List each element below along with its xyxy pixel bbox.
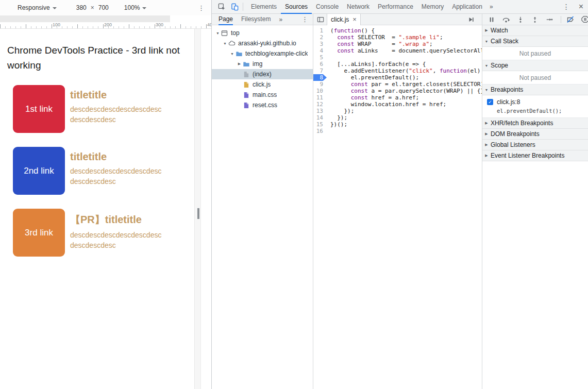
tab-performance[interactable]: Performance <box>374 0 417 14</box>
debugger-section-header[interactable]: ▼Call Stack <box>482 36 588 47</box>
code-line: 15})(); <box>313 121 482 128</box>
tree-item-reset-css[interactable]: reset.css <box>212 100 313 110</box>
device-height-input[interactable]: 700 <box>98 4 109 11</box>
line-number[interactable]: 15 <box>313 121 327 128</box>
debugger-section-header[interactable]: ▶Event Listener Breakpoints <box>482 150 588 161</box>
code-line: 13 }); <box>313 108 482 114</box>
pause-on-exceptions-icon[interactable] <box>581 15 588 24</box>
breakpoint-location: click.js:8 <box>497 98 520 106</box>
code-line: 4 const aLinks = document.querySelectorA… <box>313 47 482 54</box>
tab-console[interactable]: Console <box>312 0 343 14</box>
deactivate-breakpoints-icon[interactable] <box>566 15 575 24</box>
step-over-icon[interactable] <box>502 15 510 24</box>
link-card-text: 【PR】titletitledescdescdescdescdescdescde… <box>70 209 161 250</box>
step-out-icon[interactable] <box>531 15 539 24</box>
tree-item-main-css[interactable]: main.css <box>212 90 313 100</box>
navigator-toggle-icon[interactable] <box>316 15 325 24</box>
breakpoint-marker[interactable]: 8 <box>313 74 327 81</box>
link-card-2[interactable]: 2nd linktitletitledescdescdescdescdescde… <box>13 147 187 195</box>
tree-expander-icon[interactable]: ▼ <box>229 52 235 56</box>
navigator-tab-page[interactable]: Page <box>219 14 233 25</box>
tab-elements[interactable]: Elements <box>247 0 281 14</box>
tree-item-img[interactable]: ▶img <box>212 59 313 69</box>
tree-expander-icon[interactable]: ▶ <box>237 62 242 66</box>
line-number[interactable]: 12 <box>313 101 327 108</box>
line-number[interactable]: 3 <box>313 41 327 47</box>
link-card-label: 2nd link <box>24 166 54 176</box>
line-number[interactable]: 16 <box>313 128 327 134</box>
tree-expander-icon[interactable]: ▼ <box>222 42 228 45</box>
navigator-menu-icon[interactable]: ⋮ <box>301 15 308 23</box>
step-into-icon[interactable] <box>516 15 525 24</box>
line-number[interactable]: 2 <box>313 34 327 41</box>
line-number[interactable]: 5 <box>313 54 327 61</box>
step-icon[interactable] <box>545 15 553 24</box>
close-tab-icon[interactable]: × <box>352 15 357 23</box>
source-code-area[interactable]: 1(function() {2 const SELECTOR = ".sampl… <box>313 25 482 389</box>
debugger-section-header[interactable]: ▼Scope <box>482 60 588 71</box>
line-number[interactable]: 10 <box>313 88 327 94</box>
chevron-down-icon <box>53 7 57 9</box>
tree-expander-icon[interactable]: ▼ <box>215 31 221 35</box>
file-tab-clickjs[interactable]: click.js × <box>327 14 361 25</box>
line-number[interactable]: 7 <box>313 67 327 74</box>
navigator-tab-filesystem[interactable]: Filesystem <box>241 14 271 25</box>
tree-item-techblog-example-click[interactable]: ▼techblog/example-click <box>212 48 313 59</box>
device-width-input[interactable]: 380 <box>76 4 87 11</box>
tab-application[interactable]: Application <box>448 0 486 14</box>
debugger-section-header[interactable]: ▶Watch <box>482 25 588 36</box>
file-tree: ▼top▼arasaki-yuki.github.io▼techblog/exa… <box>212 25 313 389</box>
link-card-text: titletitledescdescdescdescdescdescdescde… <box>70 147 161 187</box>
breakpoint-checkbox[interactable]: ✓ <box>487 99 493 105</box>
tree-item-top[interactable]: ▼top <box>212 28 313 38</box>
line-number[interactable]: 11 <box>313 94 327 101</box>
tab-memory[interactable]: Memory <box>417 0 448 14</box>
debugger-section-header[interactable]: ▶XHR/fetch Breakpoints <box>482 118 588 129</box>
divider-drag-handle[interactable] <box>197 208 199 219</box>
devtools-close-icon[interactable]: × <box>579 2 583 11</box>
breakpoint-code[interactable]: el.preventDefault(); <box>497 108 588 114</box>
link-card-title: titletitle <box>70 89 161 101</box>
code-text: const aLinks = document.querySelectorAll… <box>327 47 482 54</box>
link-card-desc: descdescdescdescdescdesc <box>70 166 161 176</box>
line-number[interactable]: 4 <box>313 47 327 54</box>
link-card-box: 2nd link <box>13 147 65 195</box>
debugger-section-header[interactable]: ▶Global Listeners <box>482 140 588 150</box>
device-mode-select[interactable]: Responsive <box>18 4 57 11</box>
line-number[interactable]: 13 <box>313 108 327 114</box>
line-number[interactable]: 9 <box>313 81 327 88</box>
toggle-debugger-sidebar-icon[interactable] <box>467 15 475 24</box>
inspect-element-icon[interactable] <box>217 2 226 11</box>
tab-network[interactable]: Network <box>343 0 374 14</box>
main-tab-strip: ElementsSourcesConsoleNetworkPerformance… <box>247 0 486 14</box>
debugger-section-header[interactable]: ▶DOM Breakpoints <box>482 129 588 140</box>
tab-sources[interactable]: Sources <box>281 0 312 14</box>
device-toolbar-toggle-icon[interactable] <box>230 2 239 11</box>
section-expander-icon: ▼ <box>482 88 491 92</box>
section-expander-icon: ▶ <box>482 143 491 147</box>
zoom-select[interactable]: 100% <box>124 4 147 11</box>
tree-item--index-[interactable]: (index) <box>212 69 313 79</box>
page-heading: Chrome DevTools Practice - 3rd link not … <box>7 43 187 73</box>
link-card-3[interactable]: 3rd link【PR】titletitledescdescdescdescde… <box>13 209 187 257</box>
code-text: const a = par.querySelector(WRAP) || {}; <box>327 88 482 94</box>
debugger-sections: ▶Watch▼Call StackNot paused▼ScopeNot pau… <box>482 25 588 389</box>
pause-script-icon[interactable] <box>488 15 496 24</box>
navigator-more-tabs-button[interactable]: » <box>279 16 282 23</box>
line-number[interactable]: 14 <box>313 114 327 121</box>
line-number[interactable]: 6 <box>313 61 327 67</box>
device-toolbar-menu-icon[interactable]: ⋮ <box>198 4 205 12</box>
link-card-1[interactable]: 1st linktitletitledescdescdescdescdescde… <box>13 85 187 133</box>
line-number[interactable]: 1 <box>313 27 327 34</box>
tree-item-click-js[interactable]: click.js <box>212 79 313 90</box>
tree-item-arasaki-yuki-github-io[interactable]: ▼arasaki-yuki.github.io <box>212 38 313 48</box>
debugger-section-header[interactable]: ▼Breakpoints <box>482 84 588 95</box>
chevron-down-icon <box>142 7 146 9</box>
code-line: 8 el.preventDefault(); <box>313 74 482 81</box>
code-text: window.location.href = href; <box>327 101 446 108</box>
devtools-menu-icon[interactable]: ⋮ <box>563 3 570 11</box>
frame-icon <box>221 29 228 37</box>
more-tabs-button[interactable]: » <box>486 3 496 10</box>
breakpoint-entry[interactable]: ✓click.js:8 <box>482 97 588 107</box>
devtools-panel: ElementsSourcesConsoleNetworkPerformance… <box>211 0 588 389</box>
